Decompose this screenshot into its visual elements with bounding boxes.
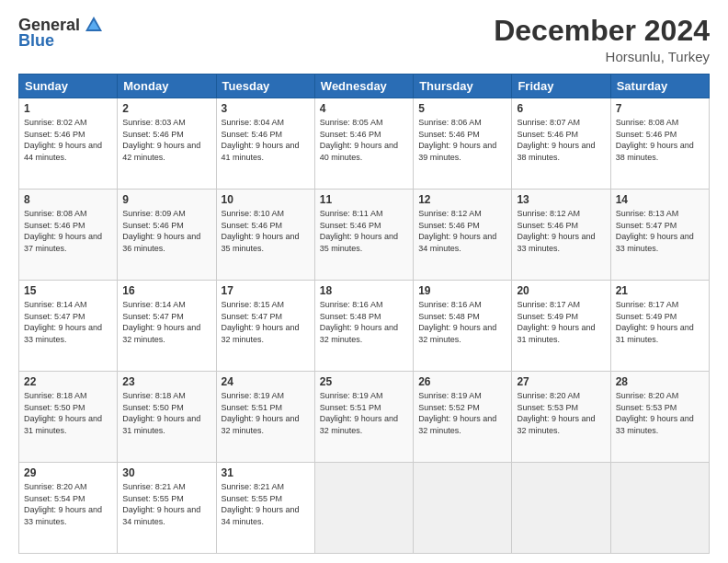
- day-number: 2: [122, 102, 210, 115]
- day-number: 31: [222, 466, 310, 479]
- calendar-cell: 1 Sunrise: 8:02 AM Sunset: 5:46 PM Dayli…: [19, 98, 118, 190]
- day-number: 14: [616, 193, 704, 206]
- day-info: Sunrise: 8:05 AM Sunset: 5:46 PM Dayligh…: [320, 118, 398, 162]
- day-number: 3: [222, 102, 310, 115]
- day-info: Sunrise: 8:09 AM Sunset: 5:46 PM Dayligh…: [122, 209, 200, 253]
- calendar-cell: 17 Sunrise: 8:15 AM Sunset: 5:47 PM Dayl…: [216, 281, 314, 372]
- day-info: Sunrise: 8:08 AM Sunset: 5:46 PM Dayligh…: [616, 118, 694, 162]
- day-number: 17: [222, 284, 310, 297]
- day-number: 15: [24, 284, 112, 297]
- calendar-cell: 3 Sunrise: 8:04 AM Sunset: 5:46 PM Dayli…: [216, 98, 314, 190]
- day-info: Sunrise: 8:12 AM Sunset: 5:46 PM Dayligh…: [517, 209, 595, 253]
- day-number: 21: [616, 284, 704, 297]
- calendar-cell: 22 Sunrise: 8:18 AM Sunset: 5:50 PM Dayl…: [19, 372, 118, 463]
- day-info: Sunrise: 8:12 AM Sunset: 5:46 PM Dayligh…: [418, 209, 496, 253]
- header-day-monday: Monday: [118, 75, 216, 98]
- calendar-cell: 23 Sunrise: 8:18 AM Sunset: 5:50 PM Dayl…: [118, 372, 216, 463]
- calendar-cell: 21 Sunrise: 8:17 AM Sunset: 5:49 PM Dayl…: [610, 281, 709, 372]
- calendar-cell: 31 Sunrise: 8:21 AM Sunset: 5:55 PM Dayl…: [216, 463, 314, 554]
- logo: General Blue: [18, 15, 104, 51]
- day-info: Sunrise: 8:18 AM Sunset: 5:50 PM Dayligh…: [24, 391, 102, 435]
- day-number: 6: [517, 102, 605, 115]
- calendar-cell: 30 Sunrise: 8:21 AM Sunset: 5:55 PM Dayl…: [118, 463, 216, 554]
- day-number: 11: [320, 193, 408, 206]
- header-day-tuesday: Tuesday: [216, 75, 314, 98]
- day-number: 18: [320, 284, 408, 297]
- day-info: Sunrise: 8:19 AM Sunset: 5:51 PM Dayligh…: [320, 391, 398, 435]
- title-block: December 2024 Horsunlu, Turkey: [494, 15, 710, 64]
- calendar-cell: 27 Sunrise: 8:20 AM Sunset: 5:53 PM Dayl…: [512, 372, 610, 463]
- header-day-wednesday: Wednesday: [314, 75, 413, 98]
- day-number: 26: [418, 375, 506, 388]
- calendar-cell: 18 Sunrise: 8:16 AM Sunset: 5:48 PM Dayl…: [314, 281, 413, 372]
- day-number: 7: [616, 102, 704, 115]
- calendar-cell: 15 Sunrise: 8:14 AM Sunset: 5:47 PM Dayl…: [19, 281, 118, 372]
- calendar-cell: 2 Sunrise: 8:03 AM Sunset: 5:46 PM Dayli…: [118, 98, 216, 190]
- day-info: Sunrise: 8:03 AM Sunset: 5:46 PM Dayligh…: [122, 118, 200, 162]
- calendar-cell: 25 Sunrise: 8:19 AM Sunset: 5:51 PM Dayl…: [314, 372, 413, 463]
- day-info: Sunrise: 8:19 AM Sunset: 5:52 PM Dayligh…: [418, 391, 496, 435]
- day-info: Sunrise: 8:14 AM Sunset: 5:47 PM Dayligh…: [122, 300, 200, 344]
- day-info: Sunrise: 8:02 AM Sunset: 5:46 PM Dayligh…: [24, 118, 102, 162]
- days-header-row: SundayMondayTuesdayWednesdayThursdayFrid…: [19, 75, 710, 98]
- day-number: 1: [24, 102, 112, 115]
- day-number: 16: [122, 284, 210, 297]
- calendar-cell: [610, 463, 709, 554]
- day-info: Sunrise: 8:16 AM Sunset: 5:48 PM Dayligh…: [418, 300, 496, 344]
- header-day-friday: Friday: [512, 75, 610, 98]
- day-info: Sunrise: 8:21 AM Sunset: 5:55 PM Dayligh…: [122, 482, 200, 526]
- day-info: Sunrise: 8:17 AM Sunset: 5:49 PM Dayligh…: [517, 300, 595, 344]
- day-info: Sunrise: 8:08 AM Sunset: 5:46 PM Dayligh…: [24, 209, 102, 253]
- day-number: 9: [122, 193, 210, 206]
- day-info: Sunrise: 8:13 AM Sunset: 5:47 PM Dayligh…: [616, 209, 694, 253]
- day-info: Sunrise: 8:06 AM Sunset: 5:46 PM Dayligh…: [418, 118, 496, 162]
- day-info: Sunrise: 8:14 AM Sunset: 5:47 PM Dayligh…: [24, 300, 102, 344]
- header-day-sunday: Sunday: [19, 75, 118, 98]
- week-row-4: 22 Sunrise: 8:18 AM Sunset: 5:50 PM Dayl…: [19, 372, 710, 463]
- day-info: Sunrise: 8:04 AM Sunset: 5:46 PM Dayligh…: [222, 118, 300, 162]
- month-title: December 2024: [494, 15, 710, 47]
- day-info: Sunrise: 8:20 AM Sunset: 5:54 PM Dayligh…: [24, 482, 102, 526]
- calendar-cell: 29 Sunrise: 8:20 AM Sunset: 5:54 PM Dayl…: [19, 463, 118, 554]
- day-info: Sunrise: 8:15 AM Sunset: 5:47 PM Dayligh…: [222, 300, 300, 344]
- calendar-table: SundayMondayTuesdayWednesdayThursdayFrid…: [18, 74, 710, 554]
- day-info: Sunrise: 8:10 AM Sunset: 5:46 PM Dayligh…: [222, 209, 300, 253]
- day-info: Sunrise: 8:16 AM Sunset: 5:48 PM Dayligh…: [320, 300, 398, 344]
- calendar-cell: 20 Sunrise: 8:17 AM Sunset: 5:49 PM Dayl…: [512, 281, 610, 372]
- calendar-cell: 10 Sunrise: 8:10 AM Sunset: 5:46 PM Dayl…: [216, 190, 314, 281]
- day-info: Sunrise: 8:20 AM Sunset: 5:53 PM Dayligh…: [616, 391, 694, 435]
- day-info: Sunrise: 8:17 AM Sunset: 5:49 PM Dayligh…: [616, 300, 694, 344]
- calendar-cell: 5 Sunrise: 8:06 AM Sunset: 5:46 PM Dayli…: [414, 98, 512, 190]
- calendar-cell: 13 Sunrise: 8:12 AM Sunset: 5:46 PM Dayl…: [512, 190, 610, 281]
- day-number: 24: [222, 375, 310, 388]
- day-number: 4: [320, 102, 408, 115]
- calendar-cell: [414, 463, 512, 554]
- day-number: 8: [24, 193, 112, 206]
- calendar-cell: 19 Sunrise: 8:16 AM Sunset: 5:48 PM Dayl…: [414, 281, 512, 372]
- calendar-cell: 24 Sunrise: 8:19 AM Sunset: 5:51 PM Dayl…: [216, 372, 314, 463]
- day-number: 13: [517, 193, 605, 206]
- day-number: 28: [616, 375, 704, 388]
- location-subtitle: Horsunlu, Turkey: [494, 49, 710, 64]
- calendar-cell: 28 Sunrise: 8:20 AM Sunset: 5:53 PM Dayl…: [610, 372, 709, 463]
- header-day-thursday: Thursday: [414, 75, 512, 98]
- calendar-cell: 4 Sunrise: 8:05 AM Sunset: 5:46 PM Dayli…: [314, 98, 413, 190]
- day-info: Sunrise: 8:11 AM Sunset: 5:46 PM Dayligh…: [320, 209, 398, 253]
- day-number: 30: [122, 466, 210, 479]
- calendar-cell: [512, 463, 610, 554]
- week-row-1: 1 Sunrise: 8:02 AM Sunset: 5:46 PM Dayli…: [19, 98, 710, 190]
- calendar-cell: 9 Sunrise: 8:09 AM Sunset: 5:46 PM Dayli…: [118, 190, 216, 281]
- week-row-3: 15 Sunrise: 8:14 AM Sunset: 5:47 PM Dayl…: [19, 281, 710, 372]
- day-number: 25: [320, 375, 408, 388]
- calendar-cell: 12 Sunrise: 8:12 AM Sunset: 5:46 PM Dayl…: [414, 190, 512, 281]
- day-info: Sunrise: 8:20 AM Sunset: 5:53 PM Dayligh…: [517, 391, 595, 435]
- calendar-cell: 14 Sunrise: 8:13 AM Sunset: 5:47 PM Dayl…: [610, 190, 709, 281]
- header: General Blue December 2024 Horsunlu, Tur…: [18, 15, 710, 64]
- day-number: 10: [222, 193, 310, 206]
- day-number: 23: [122, 375, 210, 388]
- calendar-cell: 16 Sunrise: 8:14 AM Sunset: 5:47 PM Dayl…: [118, 281, 216, 372]
- day-info: Sunrise: 8:18 AM Sunset: 5:50 PM Dayligh…: [122, 391, 200, 435]
- week-row-2: 8 Sunrise: 8:08 AM Sunset: 5:46 PM Dayli…: [19, 190, 710, 281]
- header-day-saturday: Saturday: [610, 75, 709, 98]
- day-info: Sunrise: 8:19 AM Sunset: 5:51 PM Dayligh…: [222, 391, 300, 435]
